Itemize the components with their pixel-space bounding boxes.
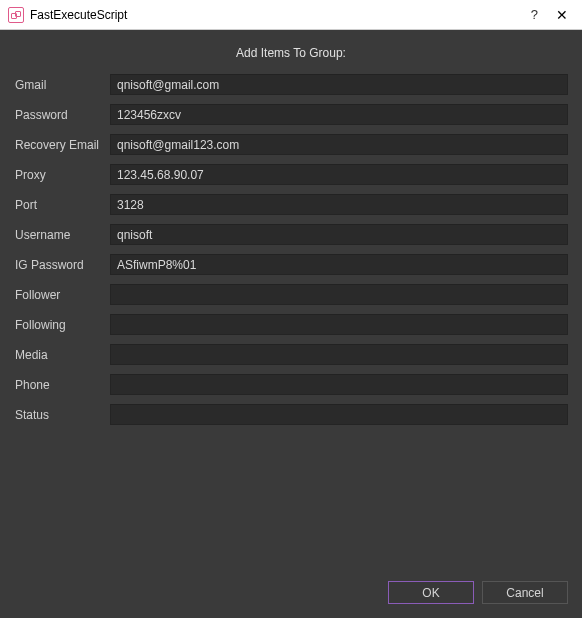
input-follower[interactable] [110,284,568,305]
label-ig-password: IG Password [14,258,110,272]
row-follower: Follower [14,284,568,305]
label-username: Username [14,228,110,242]
label-status: Status [14,408,110,422]
input-password[interactable] [110,104,568,125]
dialog-heading: Add Items To Group: [14,30,568,74]
input-status[interactable] [110,404,568,425]
titlebar-controls: ? ✕ [531,7,574,23]
window-title: FastExecuteScript [30,8,531,22]
help-button[interactable]: ? [531,7,538,22]
input-recovery-email[interactable] [110,134,568,155]
dialog-content: Add Items To Group: Gmail Password Recov… [0,30,582,618]
row-status: Status [14,404,568,425]
cancel-button[interactable]: Cancel [482,581,568,604]
label-password: Password [14,108,110,122]
row-phone: Phone [14,374,568,395]
label-gmail: Gmail [14,78,110,92]
label-proxy: Proxy [14,168,110,182]
label-port: Port [14,198,110,212]
row-username: Username [14,224,568,245]
titlebar: FastExecuteScript ? ✕ [0,0,582,30]
label-recovery-email: Recovery Email [14,138,110,152]
row-port: Port [14,194,568,215]
row-ig-password: IG Password [14,254,568,275]
row-recovery-email: Recovery Email [14,134,568,155]
form: Gmail Password Recovery Email Proxy Port… [14,74,568,569]
input-phone[interactable] [110,374,568,395]
label-follower: Follower [14,288,110,302]
input-ig-password[interactable] [110,254,568,275]
input-proxy[interactable] [110,164,568,185]
button-bar: OK Cancel [14,569,568,618]
ok-button[interactable]: OK [388,581,474,604]
label-media: Media [14,348,110,362]
row-password: Password [14,104,568,125]
row-media: Media [14,344,568,365]
label-phone: Phone [14,378,110,392]
row-following: Following [14,314,568,335]
input-following[interactable] [110,314,568,335]
label-following: Following [14,318,110,332]
input-media[interactable] [110,344,568,365]
input-username[interactable] [110,224,568,245]
app-icon [8,7,24,23]
row-gmail: Gmail [14,74,568,95]
close-button[interactable]: ✕ [556,7,568,23]
row-proxy: Proxy [14,164,568,185]
input-port[interactable] [110,194,568,215]
input-gmail[interactable] [110,74,568,95]
